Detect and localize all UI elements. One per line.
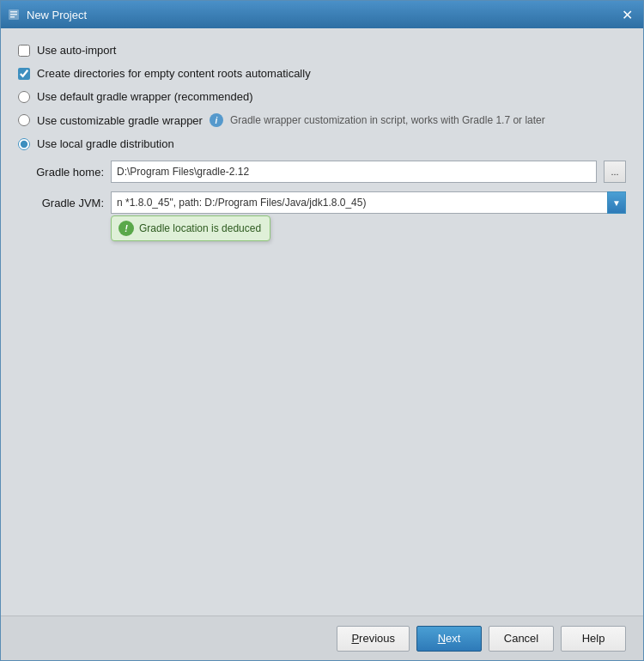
new-project-dialog: New Project ✕ Use auto-import Create dir… xyxy=(0,0,644,661)
default-gradle-radio[interactable] xyxy=(18,91,30,103)
gradle-home-input[interactable] xyxy=(111,161,597,183)
previous-label: Previous xyxy=(351,632,395,645)
default-gradle-label[interactable]: Use default gradle wrapper (recommended) xyxy=(37,90,252,103)
gradle-home-browse-button[interactable]: ... xyxy=(604,161,626,183)
cancel-button[interactable]: Cancel xyxy=(489,626,554,652)
help-label: Help xyxy=(582,632,605,645)
create-directories-label[interactable]: Create directories for empty content roo… xyxy=(37,67,311,80)
create-directories-checkbox[interactable] xyxy=(18,68,30,80)
local-gradle-label[interactable]: Use local gradle distribution xyxy=(37,137,174,150)
svg-rect-3 xyxy=(10,16,15,18)
auto-import-checkbox[interactable] xyxy=(18,45,30,57)
gradle-jvm-row: Gradle JVM: ▼ ! Gradle location is deduc… xyxy=(18,191,626,214)
next-button[interactable]: Next xyxy=(416,626,482,652)
gradle-jvm-label: Gradle JVM: xyxy=(18,197,104,209)
tooltip-icon: ! xyxy=(118,221,134,236)
content-spacer xyxy=(18,222,626,600)
customizable-gradle-info-icon: i xyxy=(210,113,223,127)
option-local-gradle: Use local gradle distribution xyxy=(18,137,626,150)
auto-import-label[interactable]: Use auto-import xyxy=(37,44,116,57)
customizable-gradle-radio[interactable] xyxy=(18,114,30,126)
local-gradle-radio[interactable] xyxy=(18,138,30,150)
gradle-jvm-dropdown-button[interactable]: ▼ xyxy=(607,191,626,214)
gradle-jvm-dropdown-container: ▼ xyxy=(111,191,626,214)
gradle-home-row: Gradle home: ... xyxy=(18,161,626,183)
customizable-gradle-label[interactable]: Use customizable gradle wrapper xyxy=(37,114,203,127)
dialog-icon xyxy=(8,8,21,21)
dialog-title: New Project xyxy=(27,9,617,21)
tooltip-text: Gradle location is deduced xyxy=(139,222,261,234)
option-default-gradle: Use default gradle wrapper (recommended) xyxy=(18,90,626,103)
svg-rect-2 xyxy=(10,14,17,15)
option-customizable-gradle: Use customizable gradle wrapper i Gradle… xyxy=(18,113,626,127)
gradle-home-label: Gradle home: xyxy=(18,166,104,179)
tooltip-container: ! Gradle location is deduced xyxy=(111,215,270,241)
gradle-jvm-input[interactable] xyxy=(111,191,607,214)
help-button[interactable]: Help xyxy=(561,626,626,652)
previous-button[interactable]: Previous xyxy=(337,626,410,652)
tooltip: ! Gradle location is deduced xyxy=(111,215,270,241)
cancel-label: Cancel xyxy=(504,632,538,645)
dialog-footer: Previous Next Cancel Help xyxy=(1,616,643,660)
close-button[interactable]: ✕ xyxy=(617,5,636,24)
option-auto-import: Use auto-import xyxy=(18,44,626,57)
dialog-content: Use auto-import Create directories for e… xyxy=(1,28,643,616)
title-bar: New Project ✕ xyxy=(1,1,643,28)
next-label: Next xyxy=(438,632,461,645)
svg-rect-1 xyxy=(10,11,17,13)
customizable-gradle-info-text: Gradle wrapper customization in script, … xyxy=(230,114,545,126)
option-create-directories: Create directories for empty content roo… xyxy=(18,67,626,80)
